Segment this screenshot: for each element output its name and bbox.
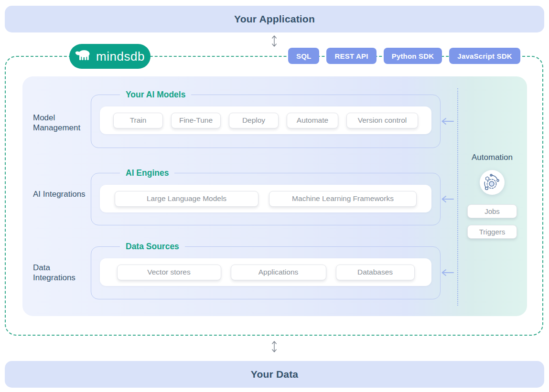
- section-title-ai-engines: AI Engines: [120, 168, 174, 178]
- your-application-label: Your Application: [234, 13, 315, 25]
- badge-javascript-sdk[interactable]: JavaScript SDK: [449, 48, 520, 64]
- left-arrow-icon: [440, 195, 454, 205]
- chip-machine-learning-frameworks[interactable]: Machine Learning Frameworks: [269, 191, 417, 207]
- updown-arrow-icon: [271, 340, 278, 355]
- label-data-integrations: Data Integrations: [33, 263, 89, 283]
- updown-arrow-icon: [271, 34, 278, 50]
- chip-large-language-models[interactable]: Large Language Models: [115, 191, 258, 207]
- automation-gears-icon: [480, 170, 505, 195]
- left-arrow-icon: [440, 268, 454, 279]
- mindsdb-logo: mindsdb: [69, 44, 151, 69]
- your-ai-models-strip: Train Fine-Tune Deploy Automate Version …: [100, 106, 431, 134]
- section-title-your-ai-models: Your AI Models: [120, 90, 191, 100]
- left-arrow-icon: [440, 117, 454, 127]
- automation-column: Automation Jobs Triggers: [458, 153, 526, 239]
- section-your-ai-models: Your AI Models Train Fine-Tune Deploy Au…: [91, 90, 441, 148]
- mindsdb-architecture-diagram: Your Application mindsdb SQL: [0, 0, 549, 392]
- your-data-banner: Your Data: [5, 361, 544, 388]
- chip-automate[interactable]: Automate: [287, 113, 338, 128]
- chip-vector-stores[interactable]: Vector stores: [117, 265, 221, 280]
- section-ai-engines: AI Engines Large Language Models Machine…: [91, 168, 441, 225]
- chip-fine-tune[interactable]: Fine-Tune: [171, 113, 221, 128]
- chip-databases[interactable]: Databases: [336, 265, 415, 280]
- label-ai-integrations: AI Integrations: [33, 189, 89, 199]
- label-model-management: Model Management: [33, 113, 89, 133]
- chip-applications[interactable]: Applications: [231, 265, 326, 280]
- mindsdb-wordmark: mindsdb: [96, 49, 145, 64]
- chip-version-control[interactable]: Version control: [346, 113, 418, 128]
- section-title-data-sources: Data Sources: [120, 242, 185, 252]
- chip-deploy[interactable]: Deploy: [229, 113, 279, 128]
- data-sources-strip: Vector stores Applications Databases: [100, 258, 431, 286]
- mindsdb-bear-icon: [75, 49, 92, 64]
- badge-rest-api[interactable]: REST API: [326, 48, 376, 64]
- triggers-button[interactable]: Triggers: [467, 225, 517, 239]
- jobs-button[interactable]: Jobs: [467, 204, 517, 218]
- main-panel: Model Management AI Integrations Data In…: [22, 76, 527, 316]
- api-badges-row: SQL REST API Python SDK JavaScript SDK: [288, 48, 520, 64]
- section-data-sources: Data Sources Vector stores Applications …: [91, 242, 441, 299]
- automation-title: Automation: [472, 153, 513, 162]
- ai-engines-strip: Large Language Models Machine Learning F…: [100, 185, 431, 212]
- badge-sql[interactable]: SQL: [288, 48, 319, 64]
- your-application-banner: Your Application: [5, 6, 544, 32]
- your-data-label: Your Data: [251, 369, 298, 380]
- badge-python-sdk[interactable]: Python SDK: [384, 48, 442, 64]
- chip-train[interactable]: Train: [113, 113, 163, 128]
